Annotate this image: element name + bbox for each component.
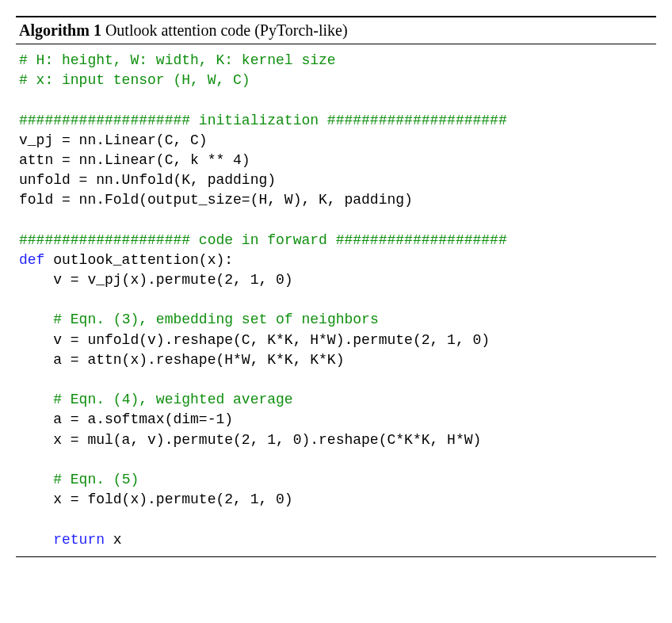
comment-line: # H: height, W: width, K: kernel size	[19, 52, 336, 68]
code-line: x = fold(x).permute(2, 1, 0)	[19, 491, 293, 507]
algorithm-header: Algorithm 1 Outlook attention code (PyTo…	[16, 19, 656, 42]
comment-line: # x: input tensor (H, W, C)	[19, 72, 250, 88]
algorithm-block: Algorithm 1 Outlook attention code (PyTo…	[16, 16, 656, 557]
comment-eqn3: # Eqn. (3), embedding set of neighbors	[53, 312, 378, 327]
code-line: v = v_pj(x).permute(2, 1, 0)	[19, 272, 293, 288]
code-line: a = attn(x).reshape(H*W, K*K, K*K)	[19, 352, 344, 368]
indent	[19, 532, 53, 548]
keyword-return: return	[53, 532, 105, 548]
indent	[19, 312, 53, 327]
code-text: x	[105, 532, 122, 548]
comment-section-forward: #################### code in forward ###…	[19, 232, 507, 248]
indent	[19, 472, 53, 487]
keyword-def: def	[19, 252, 44, 268]
code-text: outlook_attention(x):	[44, 252, 233, 268]
indent	[19, 392, 53, 407]
code-line: v_pj = nn.Linear(C, C)	[19, 132, 208, 148]
bottom-rule	[16, 556, 656, 557]
comment-section-init: #################### initialization ####…	[19, 113, 507, 128]
mid-rule	[16, 44, 656, 44]
code-line: x = mul(a, v).permute(2, 1, 0).reshape(C…	[19, 432, 481, 448]
algorithm-label: Algorithm 1	[19, 21, 101, 39]
comment-eqn4: # Eqn. (4), weighted average	[53, 392, 292, 407]
code-line: a = a.softmax(dim=-1)	[19, 411, 233, 427]
code-line: attn = nn.Linear(C, k ** 4)	[19, 152, 250, 168]
top-rule	[16, 16, 656, 17]
code-listing: # H: height, W: width, K: kernel size # …	[16, 49, 656, 552]
code-line: fold = nn.Fold(output_size=(H, W), K, pa…	[19, 192, 413, 208]
comment-eqn5: # Eqn. (5)	[53, 472, 139, 487]
algorithm-title: Outlook attention code (PyTorch-like)	[105, 21, 348, 39]
code-line: v = unfold(v).reshape(C, K*K, H*W).permu…	[19, 332, 490, 348]
code-line: unfold = nn.Unfold(K, padding)	[19, 172, 276, 188]
